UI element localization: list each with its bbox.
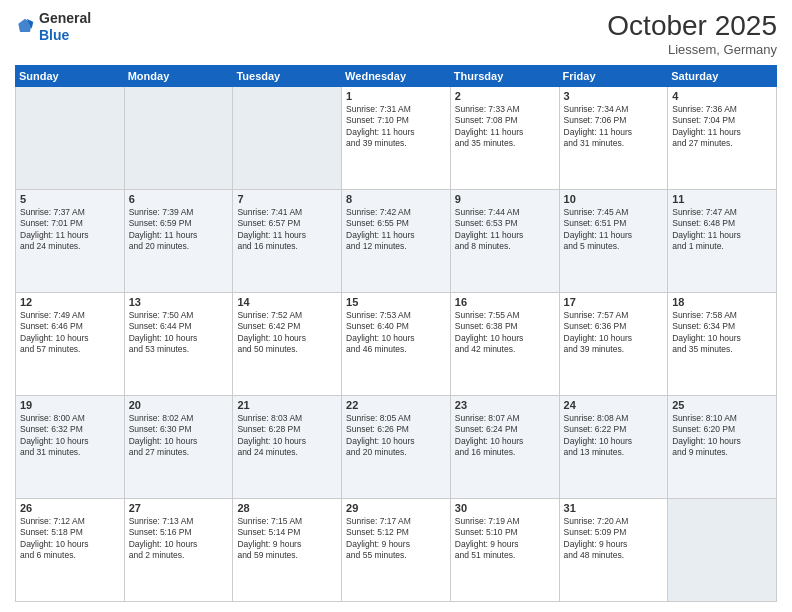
day-info: Sunrise: 8:03 AMSunset: 6:28 PMDaylight:… — [237, 413, 337, 459]
day-cell: 4Sunrise: 7:36 AMSunset: 7:04 PMDaylight… — [668, 87, 777, 190]
day-cell: 21Sunrise: 8:03 AMSunset: 6:28 PMDayligh… — [233, 396, 342, 499]
day-number: 30 — [455, 502, 555, 514]
day-cell — [16, 87, 125, 190]
day-info: Sunrise: 7:34 AMSunset: 7:06 PMDaylight:… — [564, 104, 664, 150]
day-number: 9 — [455, 193, 555, 205]
day-number: 13 — [129, 296, 229, 308]
day-info: Sunrise: 7:45 AMSunset: 6:51 PMDaylight:… — [564, 207, 664, 253]
logo-icon — [15, 17, 35, 37]
day-info: Sunrise: 7:33 AMSunset: 7:08 PMDaylight:… — [455, 104, 555, 150]
col-header-friday: Friday — [559, 66, 668, 87]
day-info: Sunrise: 7:42 AMSunset: 6:55 PMDaylight:… — [346, 207, 446, 253]
day-info: Sunrise: 7:41 AMSunset: 6:57 PMDaylight:… — [237, 207, 337, 253]
day-cell: 30Sunrise: 7:19 AMSunset: 5:10 PMDayligh… — [450, 499, 559, 602]
day-info: Sunrise: 7:19 AMSunset: 5:10 PMDaylight:… — [455, 516, 555, 562]
day-number: 31 — [564, 502, 664, 514]
day-cell: 14Sunrise: 7:52 AMSunset: 6:42 PMDayligh… — [233, 293, 342, 396]
day-number: 26 — [20, 502, 120, 514]
day-number: 18 — [672, 296, 772, 308]
col-header-wednesday: Wednesday — [342, 66, 451, 87]
day-number: 16 — [455, 296, 555, 308]
day-cell: 9Sunrise: 7:44 AMSunset: 6:53 PMDaylight… — [450, 190, 559, 293]
day-number: 17 — [564, 296, 664, 308]
day-number: 19 — [20, 399, 120, 411]
day-cell: 8Sunrise: 7:42 AMSunset: 6:55 PMDaylight… — [342, 190, 451, 293]
day-cell: 31Sunrise: 7:20 AMSunset: 5:09 PMDayligh… — [559, 499, 668, 602]
day-cell: 5Sunrise: 7:37 AMSunset: 7:01 PMDaylight… — [16, 190, 125, 293]
day-number: 25 — [672, 399, 772, 411]
day-cell: 13Sunrise: 7:50 AMSunset: 6:44 PMDayligh… — [124, 293, 233, 396]
week-row-4: 19Sunrise: 8:00 AMSunset: 6:32 PMDayligh… — [16, 396, 777, 499]
day-cell: 23Sunrise: 8:07 AMSunset: 6:24 PMDayligh… — [450, 396, 559, 499]
day-number: 28 — [237, 502, 337, 514]
day-cell: 6Sunrise: 7:39 AMSunset: 6:59 PMDaylight… — [124, 190, 233, 293]
day-number: 14 — [237, 296, 337, 308]
day-cell — [668, 499, 777, 602]
col-header-thursday: Thursday — [450, 66, 559, 87]
day-number: 8 — [346, 193, 446, 205]
day-cell: 28Sunrise: 7:15 AMSunset: 5:14 PMDayligh… — [233, 499, 342, 602]
day-info: Sunrise: 7:50 AMSunset: 6:44 PMDaylight:… — [129, 310, 229, 356]
day-number: 27 — [129, 502, 229, 514]
day-info: Sunrise: 7:20 AMSunset: 5:09 PMDaylight:… — [564, 516, 664, 562]
day-number: 15 — [346, 296, 446, 308]
week-row-2: 5Sunrise: 7:37 AMSunset: 7:01 PMDaylight… — [16, 190, 777, 293]
day-info: Sunrise: 7:13 AMSunset: 5:16 PMDaylight:… — [129, 516, 229, 562]
day-cell: 3Sunrise: 7:34 AMSunset: 7:06 PMDaylight… — [559, 87, 668, 190]
header: General Blue October 2025 Liessem, Germa… — [15, 10, 777, 57]
day-info: Sunrise: 8:00 AMSunset: 6:32 PMDaylight:… — [20, 413, 120, 459]
page: General Blue October 2025 Liessem, Germa… — [0, 0, 792, 612]
day-cell: 24Sunrise: 8:08 AMSunset: 6:22 PMDayligh… — [559, 396, 668, 499]
day-cell: 1Sunrise: 7:31 AMSunset: 7:10 PMDaylight… — [342, 87, 451, 190]
day-info: Sunrise: 7:47 AMSunset: 6:48 PMDaylight:… — [672, 207, 772, 253]
day-cell: 16Sunrise: 7:55 AMSunset: 6:38 PMDayligh… — [450, 293, 559, 396]
day-info: Sunrise: 7:39 AMSunset: 6:59 PMDaylight:… — [129, 207, 229, 253]
title-block: October 2025 Liessem, Germany — [607, 10, 777, 57]
logo-blue: Blue — [39, 27, 69, 43]
day-info: Sunrise: 7:52 AMSunset: 6:42 PMDaylight:… — [237, 310, 337, 356]
day-number: 5 — [20, 193, 120, 205]
day-number: 10 — [564, 193, 664, 205]
day-number: 29 — [346, 502, 446, 514]
day-cell: 11Sunrise: 7:47 AMSunset: 6:48 PMDayligh… — [668, 190, 777, 293]
day-cell — [124, 87, 233, 190]
day-number: 1 — [346, 90, 446, 102]
col-header-sunday: Sunday — [16, 66, 125, 87]
day-info: Sunrise: 7:53 AMSunset: 6:40 PMDaylight:… — [346, 310, 446, 356]
day-info: Sunrise: 7:12 AMSunset: 5:18 PMDaylight:… — [20, 516, 120, 562]
day-number: 12 — [20, 296, 120, 308]
week-row-5: 26Sunrise: 7:12 AMSunset: 5:18 PMDayligh… — [16, 499, 777, 602]
day-cell: 18Sunrise: 7:58 AMSunset: 6:34 PMDayligh… — [668, 293, 777, 396]
day-number: 3 — [564, 90, 664, 102]
day-info: Sunrise: 8:08 AMSunset: 6:22 PMDaylight:… — [564, 413, 664, 459]
day-info: Sunrise: 8:02 AMSunset: 6:30 PMDaylight:… — [129, 413, 229, 459]
day-info: Sunrise: 8:10 AMSunset: 6:20 PMDaylight:… — [672, 413, 772, 459]
day-info: Sunrise: 7:44 AMSunset: 6:53 PMDaylight:… — [455, 207, 555, 253]
week-row-3: 12Sunrise: 7:49 AMSunset: 6:46 PMDayligh… — [16, 293, 777, 396]
header-row: SundayMondayTuesdayWednesdayThursdayFrid… — [16, 66, 777, 87]
day-number: 23 — [455, 399, 555, 411]
day-cell: 26Sunrise: 7:12 AMSunset: 5:18 PMDayligh… — [16, 499, 125, 602]
day-info: Sunrise: 8:05 AMSunset: 6:26 PMDaylight:… — [346, 413, 446, 459]
day-info: Sunrise: 7:37 AMSunset: 7:01 PMDaylight:… — [20, 207, 120, 253]
logo: General Blue — [15, 10, 91, 44]
col-header-saturday: Saturday — [668, 66, 777, 87]
day-cell: 10Sunrise: 7:45 AMSunset: 6:51 PMDayligh… — [559, 190, 668, 293]
day-cell — [233, 87, 342, 190]
day-cell: 2Sunrise: 7:33 AMSunset: 7:08 PMDaylight… — [450, 87, 559, 190]
col-header-tuesday: Tuesday — [233, 66, 342, 87]
calendar-table: SundayMondayTuesdayWednesdayThursdayFrid… — [15, 65, 777, 602]
logo-text: General Blue — [39, 10, 91, 44]
day-cell: 29Sunrise: 7:17 AMSunset: 5:12 PMDayligh… — [342, 499, 451, 602]
col-header-monday: Monday — [124, 66, 233, 87]
day-cell: 15Sunrise: 7:53 AMSunset: 6:40 PMDayligh… — [342, 293, 451, 396]
day-number: 22 — [346, 399, 446, 411]
day-cell: 17Sunrise: 7:57 AMSunset: 6:36 PMDayligh… — [559, 293, 668, 396]
day-info: Sunrise: 7:36 AMSunset: 7:04 PMDaylight:… — [672, 104, 772, 150]
day-number: 6 — [129, 193, 229, 205]
day-info: Sunrise: 7:17 AMSunset: 5:12 PMDaylight:… — [346, 516, 446, 562]
day-info: Sunrise: 7:55 AMSunset: 6:38 PMDaylight:… — [455, 310, 555, 356]
day-cell: 7Sunrise: 7:41 AMSunset: 6:57 PMDaylight… — [233, 190, 342, 293]
day-info: Sunrise: 7:15 AMSunset: 5:14 PMDaylight:… — [237, 516, 337, 562]
day-cell: 25Sunrise: 8:10 AMSunset: 6:20 PMDayligh… — [668, 396, 777, 499]
